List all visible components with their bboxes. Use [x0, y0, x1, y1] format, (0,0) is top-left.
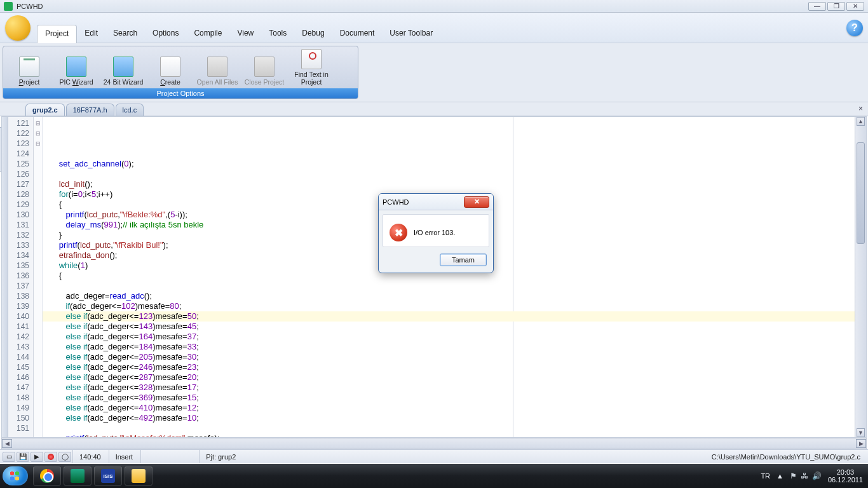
status-tool-button[interactable]: ▭	[3, 452, 15, 462]
ribbon-container: ProjectPIC Wizard24 Bit WizardCreateOpen…	[0, 43, 868, 102]
clock[interactable]: 20:03 06.12.2011	[828, 468, 863, 484]
menu-tools[interactable]: Tools	[261, 25, 294, 43]
file-path: C:\Users\Metin\Downloads\YTU_SUMO\grup2.…	[707, 453, 865, 461]
file-tab-16F877A-h[interactable]: 16F877A.h	[66, 104, 114, 116]
ribbon-label: Create	[160, 78, 180, 86]
menu-list: ProjectEditSearchOptionsCompileViewTools…	[37, 13, 440, 43]
ribbon-icon	[66, 57, 86, 77]
ribbon-icon	[207, 57, 227, 77]
minimize-button[interactable]: —	[808, 2, 826, 11]
file-tabs: grup2.c16F877A.hlcd.c×	[0, 102, 868, 116]
status-record-button[interactable]	[44, 452, 57, 462]
taskbar: ISIS TR ▲ ⚑ 🖧 🔊 20:03 06.12.2011	[0, 464, 868, 488]
ribbon-find-text-in-project[interactable]: Find Text in Project	[288, 48, 335, 87]
menu-project[interactable]: Project	[37, 25, 77, 43]
ribbon-icon	[19, 57, 39, 77]
clock-date: 06.12.2011	[828, 476, 863, 484]
status-bar: ▭ 💾 ▶ ◯ 140:40 Insert Pjt: grup2 C:\User…	[0, 449, 868, 463]
scroll-right-icon[interactable]: ▶	[856, 439, 866, 448]
folder-icon	[132, 469, 146, 483]
menu-search[interactable]: Search	[105, 25, 145, 43]
menu-document[interactable]: Document	[332, 25, 383, 43]
app-icon	[4, 2, 13, 11]
isis-icon: ISIS	[101, 469, 115, 483]
tray-expand-icon[interactable]: ▲	[776, 472, 783, 480]
ribbon-icon	[301, 49, 322, 69]
ribbon-label: Project	[19, 78, 40, 86]
taskbar-app1[interactable]	[64, 466, 92, 485]
fold-gutter[interactable]: ⊟⊟⊟	[34, 117, 43, 437]
status-target-button[interactable]: ◯	[58, 452, 71, 462]
flag-icon[interactable]: ⚑	[790, 471, 797, 480]
menubar: ProjectEditSearchOptionsCompileViewTools…	[0, 13, 868, 43]
vertical-scrollbar[interactable]: ▲ ▼	[855, 117, 866, 437]
ribbon-create[interactable]: Create	[147, 48, 194, 87]
help-icon[interactable]: ?	[846, 20, 863, 36]
insert-mode: Insert	[109, 450, 140, 463]
chrome-icon	[40, 469, 54, 483]
status-play-button[interactable]: ▶	[31, 452, 43, 462]
volume-icon[interactable]: 🔊	[812, 471, 822, 480]
ribbon-body: ProjectPIC Wizard24 Bit WizardCreateOpen…	[3, 46, 358, 88]
menu-compile[interactable]: Compile	[186, 25, 229, 43]
close-button[interactable]: ✕	[846, 2, 864, 11]
cursor-position: 140:40	[72, 450, 107, 463]
network-icon[interactable]: 🖧	[801, 471, 808, 480]
ribbon-open-all-files: Open All Files	[194, 48, 241, 87]
green-app-icon	[71, 469, 85, 483]
menu-debug[interactable]: Debug	[294, 25, 332, 43]
taskbar-explorer[interactable]	[125, 466, 153, 485]
code-area[interactable]: set_adc_channel(0); lcd_init(); for(i=0;…	[43, 117, 855, 437]
ribbon: ProjectPIC Wizard24 Bit WizardCreateOpen…	[3, 46, 358, 99]
ribbon-24-bit-wizard[interactable]: 24 Bit Wizard	[100, 48, 147, 87]
line-number-gutter: 1211221231241251261271281291301311321331…	[8, 117, 34, 437]
menu-options[interactable]: Options	[145, 25, 186, 43]
ribbon-project[interactable]: Project	[6, 48, 53, 87]
language-indicator[interactable]: TR	[761, 472, 770, 480]
app-orb-icon[interactable]	[5, 15, 31, 41]
taskbar-chrome[interactable]	[33, 466, 61, 485]
ribbon-label: PIC Wizard	[59, 78, 93, 86]
ribbon-icon	[113, 57, 133, 77]
menu-view[interactable]: View	[229, 25, 261, 43]
menu-user-toolbar[interactable]: User Toolbar	[382, 25, 440, 43]
window-title: PCWHD	[17, 3, 43, 10]
titlebar: PCWHD — ❐ ✕	[0, 0, 868, 13]
ribbon-label: Find Text in Project	[289, 71, 334, 86]
scroll-thumb[interactable]	[857, 142, 865, 244]
scroll-left-icon[interactable]: ◀	[2, 439, 12, 448]
ribbon-label: Open All Files	[197, 78, 238, 86]
menu-edit[interactable]: Edit	[77, 25, 105, 43]
scroll-up-icon[interactable]: ▲	[857, 117, 865, 126]
file-tab-lcd-c[interactable]: lcd.c	[116, 104, 144, 116]
code-editor[interactable]: 1211221231241251261271281291301311321331…	[1, 116, 867, 438]
clock-time: 20:03	[828, 468, 863, 476]
start-button[interactable]	[3, 466, 28, 485]
maximize-button[interactable]: ❐	[827, 2, 845, 11]
status-spacer	[140, 450, 198, 463]
system-tray: TR ▲ ⚑ 🖧 🔊 20:03 06.12.2011	[761, 468, 865, 484]
gutter-margin	[2, 117, 8, 437]
ribbon-footer: Project Options	[3, 88, 358, 98]
taskbar-isis[interactable]: ISIS	[94, 466, 122, 485]
ribbon-pic-wizard[interactable]: PIC Wizard	[53, 48, 100, 87]
status-save-button[interactable]: 💾	[17, 452, 29, 462]
ribbon-icon	[160, 57, 180, 77]
ribbon-close-project: Close Project	[241, 48, 288, 87]
project-name: Pjt: grup2	[199, 450, 242, 463]
tabs-close-icon[interactable]: ×	[858, 104, 863, 113]
ribbon-icon	[254, 57, 275, 77]
tray-icons[interactable]: ⚑ 🖧 🔊	[790, 471, 822, 480]
file-tab-grup2-c[interactable]: grup2.c	[25, 104, 65, 116]
scroll-down-icon[interactable]: ▼	[857, 428, 865, 437]
ribbon-label: Close Project	[245, 78, 284, 86]
horizontal-scrollbar[interactable]: ◀ ▶	[1, 438, 867, 449]
ribbon-label: 24 Bit Wizard	[104, 78, 143, 86]
